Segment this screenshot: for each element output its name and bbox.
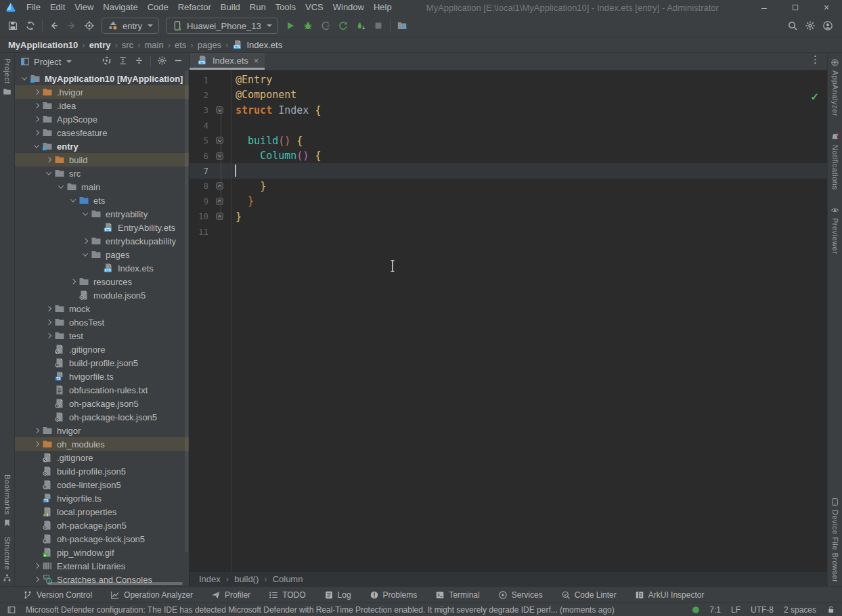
tree-item[interactable]: TShvigorfile.ts bbox=[15, 491, 189, 505]
toolwindow-services[interactable]: Services bbox=[498, 590, 543, 600]
chevron-down-icon[interactable] bbox=[56, 181, 66, 192]
tool-stripe-notifications[interactable]: Notifications bbox=[830, 133, 839, 190]
module-selector[interactable]: entry bbox=[102, 18, 159, 34]
fold-collapse-icon[interactable] bbox=[216, 106, 223, 114]
minimize-button[interactable]: – bbox=[749, 0, 780, 15]
menu-vcs[interactable]: VCS bbox=[301, 0, 328, 15]
project-view-selector[interactable]: Project bbox=[20, 57, 72, 67]
tree-item[interactable]: entryability bbox=[15, 207, 189, 221]
toolwindow-log[interactable]: Log bbox=[324, 590, 351, 600]
chevron-right-icon[interactable] bbox=[31, 114, 42, 125]
tree-item[interactable]: code-linter.json5 bbox=[15, 478, 189, 491]
chevron-right-icon[interactable] bbox=[43, 317, 54, 328]
chevron-down-icon[interactable] bbox=[19, 73, 30, 84]
tool-stripe-previewer[interactable]: Previewer bbox=[830, 206, 839, 254]
toolwindow-code-linter[interactable]: Code Linter bbox=[561, 590, 617, 600]
menu-build[interactable]: Build bbox=[216, 0, 245, 15]
horizontal-scrollbar[interactable] bbox=[47, 582, 183, 585]
profiler-button[interactable] bbox=[317, 17, 334, 35]
tool-stripe-device-file-browser[interactable]: Device File Browser bbox=[830, 498, 839, 582]
editor-breadcrumb-item[interactable]: Column bbox=[273, 574, 303, 584]
menu-view[interactable]: View bbox=[70, 0, 98, 15]
vertical-scrollbar[interactable] bbox=[185, 70, 188, 552]
tree-item[interactable]: obfuscation-rules.txt bbox=[15, 383, 189, 397]
menu-edit[interactable]: Edit bbox=[45, 0, 70, 15]
code-editor[interactable]: @Entry@Componentstruct Index { build() {… bbox=[231, 70, 827, 572]
panel-collapse-all-button[interactable] bbox=[134, 56, 144, 68]
toolwindow-problems[interactable]: Problems bbox=[370, 590, 418, 600]
tree-item[interactable]: build-profile.json5 bbox=[15, 356, 189, 370]
indent-setting[interactable]: 2 spaces bbox=[784, 605, 816, 615]
project-tree[interactable]: MyApplication10 [MyApplication].hvigor.i… bbox=[15, 70, 189, 586]
tree-item[interactable]: oh_modules bbox=[15, 437, 189, 451]
tree-item[interactable]: mock bbox=[15, 302, 189, 315]
tree-item[interactable]: ETSEntryAbility.ets bbox=[15, 221, 189, 234]
tree-item[interactable]: External Libraries bbox=[15, 559, 189, 573]
chevron-right-icon[interactable] bbox=[31, 560, 42, 571]
editor-breadcrumb-item[interactable]: Index bbox=[199, 574, 221, 584]
editor-area[interactable]: ETS Index.ets × ⋮ 1234567891011 @Entry@C… bbox=[190, 53, 827, 586]
tree-item[interactable]: resources bbox=[15, 275, 189, 288]
status-message[interactable]: Microsoft Defender configuration: The ID… bbox=[26, 605, 615, 615]
maximize-button[interactable] bbox=[780, 0, 811, 15]
chevron-right-icon[interactable] bbox=[31, 127, 42, 138]
chevron-right-icon[interactable] bbox=[31, 425, 42, 436]
chevron-right-icon[interactable] bbox=[31, 87, 42, 97]
tree-item[interactable]: TShvigorfile.ts bbox=[15, 370, 189, 383]
editor-breadcrumb-item[interactable]: build() bbox=[234, 574, 259, 584]
debug-rerun-button[interactable] bbox=[352, 17, 370, 35]
tree-item[interactable]: pages bbox=[15, 248, 189, 261]
toolwindow-profiler[interactable]: Profiler bbox=[211, 590, 250, 600]
chevron-down-icon[interactable] bbox=[80, 249, 91, 260]
tree-item[interactable]: ets bbox=[15, 194, 189, 207]
debug-button[interactable] bbox=[299, 17, 317, 35]
fold-expand-icon[interactable] bbox=[216, 213, 223, 220]
file-encoding[interactable]: UTF-8 bbox=[751, 605, 774, 615]
breadcrumb-item[interactable]: main bbox=[144, 40, 163, 50]
breadcrumb-item[interactable]: ets bbox=[175, 40, 186, 50]
chevron-down-icon[interactable] bbox=[68, 195, 79, 206]
chevron-right-icon[interactable] bbox=[31, 439, 42, 449]
fold-expand-icon[interactable] bbox=[216, 182, 223, 190]
tool-stripe-bookmarks[interactable]: Bookmarks bbox=[3, 475, 12, 527]
panel-hide-button[interactable] bbox=[173, 56, 183, 68]
chevron-down-icon[interactable] bbox=[43, 168, 54, 179]
device-selector[interactable]: Huawei_Phone_13 bbox=[166, 18, 278, 34]
tree-item[interactable]: ohosTest bbox=[15, 315, 189, 329]
menu-run[interactable]: Run bbox=[245, 0, 271, 15]
fold-collapse-icon[interactable] bbox=[216, 152, 223, 160]
tree-item[interactable]: oh-package.json5 bbox=[15, 397, 189, 410]
tool-stripe-structure[interactable]: Structure bbox=[3, 537, 12, 582]
breadcrumb-item[interactable]: src bbox=[122, 40, 133, 50]
menu-tools[interactable]: Tools bbox=[271, 0, 301, 15]
menu-help[interactable]: Help bbox=[369, 0, 397, 15]
toolwindow-operation-analyzer[interactable]: Operation Analyzer bbox=[110, 590, 193, 600]
close-button[interactable]: × bbox=[811, 0, 842, 15]
menu-file[interactable]: File bbox=[22, 0, 45, 15]
tool-stripe-appanalyzer[interactable]: AppAnalyzer bbox=[830, 58, 839, 116]
tree-item[interactable]: AppScope bbox=[15, 112, 189, 126]
menu-window[interactable]: Window bbox=[328, 0, 369, 15]
close-tab-icon[interactable]: × bbox=[252, 56, 259, 66]
toolwindow-terminal[interactable]: Terminal bbox=[435, 590, 479, 600]
account-button[interactable] bbox=[819, 17, 837, 35]
tree-item[interactable]: build bbox=[15, 153, 189, 167]
fold-expand-icon[interactable] bbox=[216, 198, 223, 205]
intention-bulb-icon[interactable] bbox=[239, 151, 248, 160]
toolwindow-version-control[interactable]: Version Control bbox=[23, 590, 92, 600]
tree-item[interactable]: MyApplication10 [MyApplication] bbox=[15, 72, 189, 85]
sync-button[interactable] bbox=[22, 17, 39, 35]
panel-expand-all-button[interactable] bbox=[118, 56, 128, 68]
tree-item[interactable]: main bbox=[15, 180, 189, 194]
breadcrumb-item[interactable]: ETSIndex.ets bbox=[232, 39, 282, 50]
tree-item[interactable]: local.properties bbox=[15, 505, 189, 519]
caret-position[interactable]: 7:1 bbox=[709, 605, 721, 615]
tree-item[interactable]: .gitignore bbox=[15, 451, 189, 464]
chevron-right-icon[interactable] bbox=[43, 330, 54, 341]
tree-item[interactable]: test bbox=[15, 329, 189, 343]
tree-item[interactable]: hvigor bbox=[15, 424, 189, 437]
menu-navigate[interactable]: Navigate bbox=[98, 0, 142, 15]
breadcrumb-item[interactable]: MyApplication10 bbox=[8, 40, 78, 50]
gear-button[interactable] bbox=[801, 17, 819, 35]
back-button[interactable] bbox=[45, 17, 63, 35]
